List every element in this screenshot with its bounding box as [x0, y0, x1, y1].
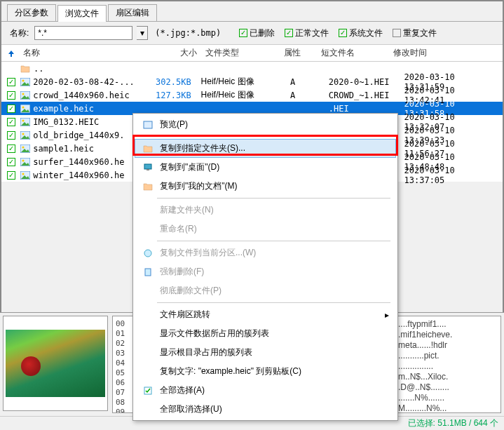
- image-icon: [20, 76, 31, 88]
- menu-select-all[interactable]: 全部选择(A): [135, 381, 396, 400]
- svg-rect-16: [144, 121, 152, 128]
- menu-copy-text[interactable]: 复制文字: "example.heic" 到剪贴板(C): [135, 362, 396, 381]
- svg-point-7: [22, 119, 24, 121]
- menu-delete-permanent: 彻底删除文件(P): [135, 281, 396, 300]
- submenu-arrow-icon: ▸: [385, 310, 389, 320]
- svg-point-9: [22, 133, 24, 135]
- chk-deleted[interactable]: ✓已删除: [239, 27, 275, 39]
- svg-point-13: [22, 159, 24, 161]
- svg-rect-20: [145, 269, 151, 276]
- tab-browse-files[interactable]: 浏览文件: [57, 5, 107, 22]
- menu-cluster-jump[interactable]: 文件扇区跳转 ▸: [135, 305, 396, 324]
- col-short[interactable]: 短文件名: [321, 47, 393, 59]
- tab-partition-params[interactable]: 分区参数: [7, 4, 56, 21]
- checkbox-icon: [142, 385, 154, 396]
- svg-rect-17: [144, 164, 151, 169]
- menu-new-folder: 新建文件夹(N): [135, 201, 396, 220]
- menu-show-cluster-list[interactable]: 显示文件数据所占用的簇列表: [135, 324, 396, 343]
- extension-hint: (*.jpg:*.bmp): [155, 28, 221, 38]
- parent-dir-label: ..: [34, 64, 151, 74]
- image-icon: [20, 90, 31, 101]
- image-icon: [20, 103, 31, 114]
- mydocs-icon: [142, 181, 154, 192]
- desktop-icon: [142, 162, 154, 173]
- ascii-view: ....ftypmif1.... .mif1heicheve. meta....…: [395, 316, 501, 413]
- col-name[interactable]: 名称: [23, 47, 155, 59]
- menu-copy-to-partition: 复制文件到当前分区...(W): [135, 243, 396, 262]
- menu-copy-to-desktop[interactable]: 复制到"桌面"(D): [135, 158, 396, 177]
- preview-icon: [142, 119, 154, 130]
- name-filter-input[interactable]: [34, 26, 132, 40]
- svg-point-15: [22, 173, 24, 175]
- col-size[interactable]: 大小: [155, 47, 197, 59]
- menu-force-delete: 强制删除(F): [135, 262, 396, 281]
- col-type[interactable]: 文件类型: [205, 47, 285, 59]
- tab-sector-edit[interactable]: 扇区编辑: [108, 4, 157, 21]
- folder-copy-icon: [142, 143, 154, 154]
- context-menu: 预览(P) 复制到指定文件夹(S)... 复制到"桌面"(D) 复制到"我的文档…: [132, 113, 398, 421]
- name-filter-dropdown[interactable]: ▾: [137, 26, 148, 40]
- image-icon: [20, 156, 31, 168]
- svg-point-5: [22, 106, 24, 108]
- image-icon: [20, 116, 31, 128]
- col-date[interactable]: 修改时间: [393, 47, 498, 59]
- menu-copy-to-mydocs[interactable]: 复制到"我的文档"(M): [135, 177, 396, 196]
- status-selected: 已选择: 51.1MB / 644 个: [408, 417, 498, 429]
- image-icon: [20, 170, 31, 181]
- menu-deselect-all[interactable]: 全部取消选择(U): [135, 400, 396, 419]
- chk-normal[interactable]: ✓正常文件: [285, 27, 329, 39]
- chk-system[interactable]: ✓系统文件: [339, 27, 383, 39]
- partition-icon: [142, 248, 154, 259]
- image-icon: [20, 143, 31, 154]
- svg-point-11: [22, 146, 24, 148]
- up-arrow-icon[interactable]: [6, 48, 16, 59]
- image-icon: [20, 130, 31, 141]
- folder-icon: [20, 63, 31, 74]
- svg-point-1: [22, 79, 24, 81]
- svg-point-3: [22, 93, 24, 95]
- chk-recover[interactable]: ✓重复文件: [393, 27, 437, 39]
- menu-rename: 重命名(R): [135, 220, 396, 238]
- name-filter-label: 名称:: [10, 27, 29, 39]
- thumbnail-preview: [3, 316, 108, 411]
- col-attr[interactable]: 属性: [284, 47, 321, 59]
- svg-point-19: [144, 250, 151, 257]
- svg-rect-18: [147, 169, 149, 170]
- menu-copy-to-folder[interactable]: 复制到指定文件夹(S)...: [135, 139, 396, 158]
- delete-icon: [142, 267, 154, 278]
- menu-preview[interactable]: 预览(P): [135, 115, 396, 134]
- menu-show-root-cluster[interactable]: 显示根目录占用的簇列表: [135, 343, 396, 362]
